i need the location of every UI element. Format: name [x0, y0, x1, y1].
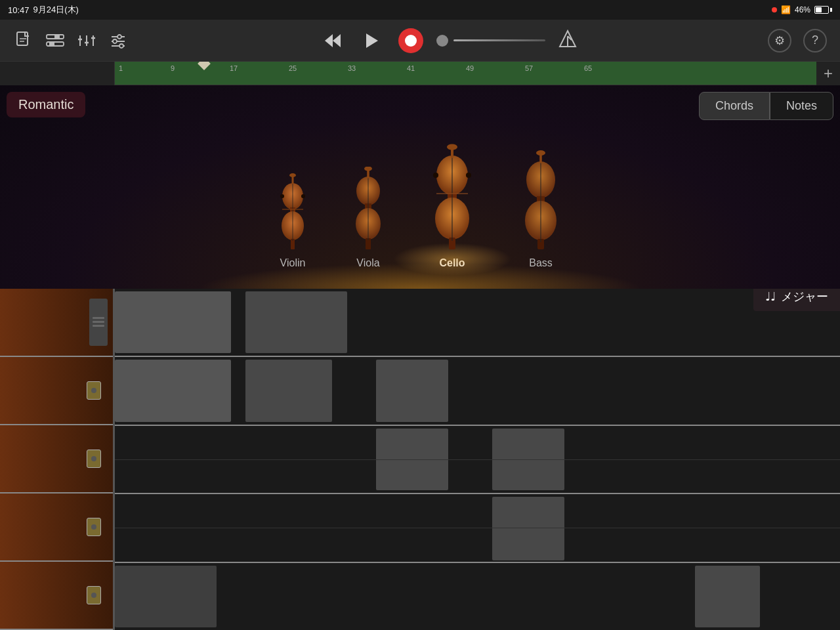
- svg-marker-20: [333, 34, 341, 47]
- bass-label: Bass: [529, 257, 553, 269]
- svg-point-32: [289, 173, 296, 177]
- status-red-dot: [772, 7, 777, 12]
- viola-instrument[interactable]: Viola: [349, 167, 387, 269]
- chords-button[interactable]: Chords: [699, 92, 770, 120]
- track-latch-3[interactable]: [87, 450, 101, 468]
- instruments-row: Violin: [276, 144, 564, 282]
- track-label-2: [0, 357, 113, 425]
- gear-icon[interactable]: ⚙: [768, 29, 791, 52]
- marker-49: 49: [466, 64, 474, 72]
- svg-marker-19: [325, 34, 333, 47]
- metronome-button[interactable]: [558, 30, 577, 52]
- timeline-track[interactable]: 1 9 17 25 33 41 49 57 65: [115, 62, 816, 85]
- marker-41: 41: [407, 64, 415, 72]
- time-display: 10:47: [8, 5, 30, 15]
- toolbar: ⚙ ?: [0, 20, 840, 62]
- seq-row-5[interactable]: [115, 563, 840, 630]
- seq-block[interactable]: [245, 291, 347, 353]
- seq-row-3[interactable]: [115, 426, 840, 494]
- svg-rect-6: [49, 42, 54, 46]
- svg-point-33: [280, 194, 284, 198]
- marker-33: 33: [348, 64, 356, 72]
- svg-marker-21: [366, 33, 378, 48]
- seq-block[interactable]: [115, 291, 231, 353]
- svg-point-41: [364, 167, 372, 171]
- seq-row-4[interactable]: [115, 494, 840, 562]
- scale-icon: ♩♩: [765, 289, 776, 304]
- transport-controls: [320, 28, 577, 54]
- battery-indicator: [814, 6, 832, 14]
- seq-block[interactable]: [376, 360, 449, 421]
- seq-row-2[interactable]: [115, 357, 840, 425]
- violin-image: [276, 173, 310, 252]
- top-bar: 10:47 9月24日(木) 📶 46%: [0, 0, 840, 20]
- track-label-1: [0, 289, 113, 357]
- svg-rect-4: [54, 35, 60, 39]
- svg-point-18: [119, 44, 123, 48]
- track-handle-1[interactable]: [89, 299, 108, 345]
- settings-icon[interactable]: [108, 30, 129, 51]
- seq-block[interactable]: [695, 566, 760, 627]
- track-label-5: [0, 562, 113, 630]
- notes-button[interactable]: Notes: [770, 92, 833, 120]
- add-track-button[interactable]: +: [816, 62, 840, 85]
- seq-block[interactable]: [492, 529, 565, 560]
- marker-17: 17: [230, 64, 238, 72]
- track-latch-5[interactable]: [87, 586, 101, 604]
- viola-label: Viola: [356, 257, 379, 269]
- timeline-left-margin: [0, 62, 115, 85]
- svg-point-51: [466, 173, 471, 178]
- bass-image: [517, 150, 564, 252]
- marker-57: 57: [525, 64, 533, 72]
- cello-instrument[interactable]: Cello: [427, 144, 478, 269]
- svg-point-16: [117, 35, 121, 39]
- sequencer: [0, 289, 840, 630]
- svg-point-17: [113, 39, 117, 43]
- seq-row-1[interactable]: [115, 289, 840, 357]
- track-latch-2[interactable]: [87, 381, 101, 400]
- volume-slider[interactable]: [436, 35, 545, 47]
- track-label-3: [0, 425, 113, 494]
- battery-pct: 46%: [795, 5, 810, 14]
- track-latch-4[interactable]: [87, 518, 101, 536]
- seq-block[interactable]: [115, 360, 231, 421]
- date-display: 9月24日(木): [33, 4, 79, 16]
- marker-25: 25: [289, 64, 297, 72]
- bass-instrument[interactable]: Bass: [517, 150, 564, 269]
- sequencer-grid[interactable]: [115, 289, 840, 630]
- violin-instrument[interactable]: Violin: [276, 173, 310, 269]
- record-button[interactable]: [398, 28, 423, 53]
- tracks-icon[interactable]: [45, 30, 66, 51]
- track-labels: [0, 289, 115, 630]
- violin-label: Violin: [280, 257, 306, 269]
- style-tag[interactable]: Romantic: [7, 92, 85, 117]
- marker-1: 1: [119, 64, 123, 72]
- svg-point-50: [433, 173, 438, 178]
- svg-point-58: [536, 150, 545, 156]
- cello-image: [427, 144, 478, 252]
- scale-label: メジャー: [781, 289, 828, 304]
- track-label-4: [0, 494, 113, 562]
- play-button[interactable]: [359, 28, 385, 54]
- mixer-icon[interactable]: [76, 30, 97, 51]
- toolbar-left: [13, 30, 129, 51]
- seq-block[interactable]: [115, 566, 217, 627]
- svg-point-49: [447, 144, 457, 150]
- marker-9: 9: [171, 64, 175, 72]
- seq-block[interactable]: [245, 360, 333, 421]
- chords-notes-group: Chords Notes: [699, 92, 833, 120]
- wifi-icon: 📶: [781, 5, 791, 14]
- rewind-button[interactable]: [320, 28, 346, 54]
- marker-65: 65: [584, 64, 592, 72]
- timeline: 1 9 17 25 33 41 49 57 65 +: [0, 62, 840, 85]
- svg-point-34: [301, 194, 305, 198]
- playhead: [203, 62, 205, 85]
- svg-rect-5: [47, 42, 64, 46]
- toolbar-right: ⚙ ?: [768, 29, 827, 52]
- viola-image: [349, 167, 387, 252]
- new-file-icon[interactable]: [13, 30, 34, 51]
- instrument-panel: Romantic Chords Notes: [0, 85, 840, 289]
- help-icon[interactable]: ?: [803, 29, 827, 52]
